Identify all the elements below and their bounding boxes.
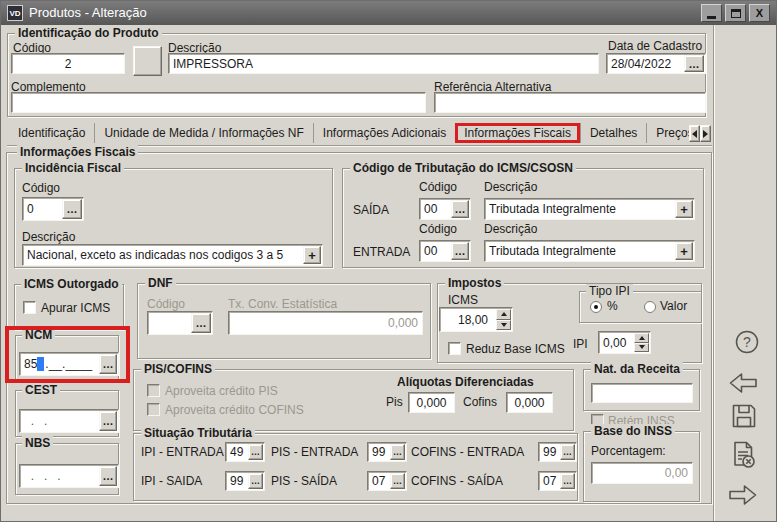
combo-drop-button[interactable]: + xyxy=(303,246,321,264)
down-triangle-icon xyxy=(501,323,507,327)
plus-icon: + xyxy=(308,248,316,263)
aproveita-credito-cofins-checkbox[interactable] xyxy=(147,403,160,416)
dnf-tx-input[interactable]: 0,000 xyxy=(228,311,423,335)
nbs-lookup-button[interactable]: … xyxy=(99,466,117,486)
dnf-codigo-lookup-button[interactable]: … xyxy=(191,313,211,333)
ipi-spin-input[interactable]: 0,00 xyxy=(598,331,651,354)
tab-unidade-medida[interactable]: Unidade de Medida / Informações NF xyxy=(94,123,312,143)
tab-informacoes-fiscais[interactable]: Informações Fiscais xyxy=(455,123,580,143)
tipo-ipi-percent-radio[interactable] xyxy=(590,301,602,313)
tab-scroll-right-button[interactable] xyxy=(700,125,711,142)
pis-entrada-label: PIS - ENTRADA xyxy=(271,445,358,459)
ipi-entrada-lookup-button[interactable]: … xyxy=(248,444,263,460)
plus-icon: + xyxy=(680,202,688,217)
ellipsis-icon: … xyxy=(103,470,114,482)
apurar-icms-checkbox[interactable] xyxy=(23,301,36,314)
codigo-input[interactable]: 2 xyxy=(11,53,125,74)
delete-record-icon[interactable] xyxy=(728,440,758,470)
ipi-entrada-input[interactable]: 49 … xyxy=(225,442,265,462)
reduz-base-icms-checkbox[interactable] xyxy=(448,342,461,355)
incidencia-descricao-combo[interactable]: Nacional, exceto as indicadas nos codigo… xyxy=(22,244,323,266)
minimize-button[interactable] xyxy=(701,4,722,22)
incidencia-codigo-lookup-button[interactable]: … xyxy=(62,199,82,219)
pis-entrada-lookup-button[interactable]: … xyxy=(390,444,405,460)
entrada-codigo-input[interactable]: 00 … xyxy=(419,240,471,262)
tipo-ipi-valor-radio[interactable] xyxy=(644,301,656,313)
pis-entrada-input[interactable]: 99 … xyxy=(367,442,407,462)
tab-scroll-left-button[interactable] xyxy=(689,125,700,142)
tab-precos[interactable]: Preços xyxy=(646,123,689,143)
spin-up-button[interactable] xyxy=(634,333,649,343)
group-title: Informações Fiscais xyxy=(17,145,138,159)
cofins-saida-label: COFINS - SAÍDA xyxy=(411,474,503,488)
combo-drop-button[interactable]: + xyxy=(675,242,693,260)
pis-aliquota-input[interactable]: 0,000 xyxy=(408,392,455,413)
group-title: DNF xyxy=(145,276,176,290)
maximize-button[interactable] xyxy=(725,4,746,22)
porcentagem-input[interactable]: 0,00 xyxy=(591,462,693,484)
icms-spinner[interactable] xyxy=(496,309,511,330)
tab-identificacao[interactable]: Identificação xyxy=(9,123,94,143)
up-triangle-icon xyxy=(501,312,507,316)
combo-drop-button[interactable]: + xyxy=(675,200,693,218)
saida-descricao-combo[interactable]: Tributada Integralmente + xyxy=(484,198,695,220)
aproveita-credito-pis-checkbox[interactable] xyxy=(147,384,160,397)
ellipsis-icon: … xyxy=(103,415,114,427)
nbs-input[interactable]: . . . … xyxy=(19,464,119,488)
help-icon[interactable]: ? xyxy=(734,329,760,355)
cofins-saida-lookup-button[interactable]: … xyxy=(560,473,575,489)
complemento-input[interactable] xyxy=(11,92,426,113)
entrada-codigo-lookup-button[interactable]: … xyxy=(451,242,469,260)
group-title: Situação Tributária xyxy=(141,426,255,440)
cofins-aliquota-input[interactable]: 0,000 xyxy=(506,392,553,413)
cofins-label: Cofins xyxy=(463,395,497,409)
group-title: Tipo IPI xyxy=(586,284,633,298)
sidebar-divider xyxy=(713,25,714,522)
pis-saida-lookup-button[interactable]: … xyxy=(390,473,405,489)
window-title: Produtos - Alteração xyxy=(29,5,147,20)
cofins-entrada-lookup-button[interactable]: … xyxy=(560,444,575,460)
icms-label: ICMS xyxy=(448,293,478,307)
saida-codigo-input[interactable]: 00 … xyxy=(419,198,471,220)
ipi-spinner[interactable] xyxy=(634,333,649,352)
cest-lookup-button[interactable]: … xyxy=(99,411,117,431)
tab-detalhes[interactable]: Detalhes xyxy=(580,123,646,143)
group-title: PIS/COFINS xyxy=(141,362,215,376)
referencia-input[interactable] xyxy=(434,92,706,113)
spin-up-button[interactable] xyxy=(496,309,511,320)
ellipsis-icon: … xyxy=(455,203,466,215)
apurar-icms-label: Apurar ICMS xyxy=(41,301,110,315)
data-cadastro-lookup-button[interactable]: … xyxy=(684,55,704,72)
ipi-saida-lookup-button[interactable]: … xyxy=(248,473,263,489)
cofins-saida-input[interactable]: 07 … xyxy=(538,471,577,491)
descricao-input[interactable]: IMPRESSORA xyxy=(168,53,599,74)
cest-input[interactable]: . . … xyxy=(19,409,119,433)
dnf-codigo-input[interactable]: … xyxy=(147,311,213,335)
cofins-entrada-label: COFINS - ENTRADA xyxy=(411,445,524,459)
save-icon[interactable] xyxy=(730,402,758,430)
ipi-saida-label: IPI - SAIDA xyxy=(141,474,202,488)
data-cadastro-input[interactable]: 28/04/2022 … xyxy=(606,53,706,74)
cofins-entrada-input[interactable]: 99 … xyxy=(538,442,577,462)
spin-down-button[interactable] xyxy=(634,343,649,353)
tab-informacoes-adicionais[interactable]: Informações Adicionais xyxy=(313,123,455,143)
app-icon: VD xyxy=(7,5,23,21)
spin-down-button[interactable] xyxy=(496,320,511,331)
icms-spin-input[interactable]: 18,00 xyxy=(439,307,513,332)
nat-receita-input[interactable] xyxy=(591,383,693,403)
ellipsis-icon: … xyxy=(393,476,402,486)
forward-arrow-icon[interactable] xyxy=(728,482,758,508)
group-title: ICMS Outorgado xyxy=(21,277,122,291)
ellipsis-icon: … xyxy=(251,476,260,486)
product-image-button[interactable] xyxy=(133,46,162,76)
saida-codigo-lookup-button[interactable]: … xyxy=(451,200,469,218)
pis-saida-input[interactable]: 07 … xyxy=(367,471,407,491)
incidencia-codigo-input[interactable]: 0 … xyxy=(22,197,84,221)
ipi-saida-input[interactable]: 99 … xyxy=(225,471,265,491)
titlebar[interactable]: VD Produtos - Alteração X xyxy=(1,1,777,25)
entrada-descricao-combo[interactable]: Tributada Integralmente + xyxy=(484,240,695,262)
close-button[interactable]: X xyxy=(749,4,770,22)
back-arrow-icon[interactable] xyxy=(728,370,758,396)
entrada-codigo-label: Código xyxy=(419,222,457,236)
ipi-label: IPI xyxy=(573,337,588,351)
